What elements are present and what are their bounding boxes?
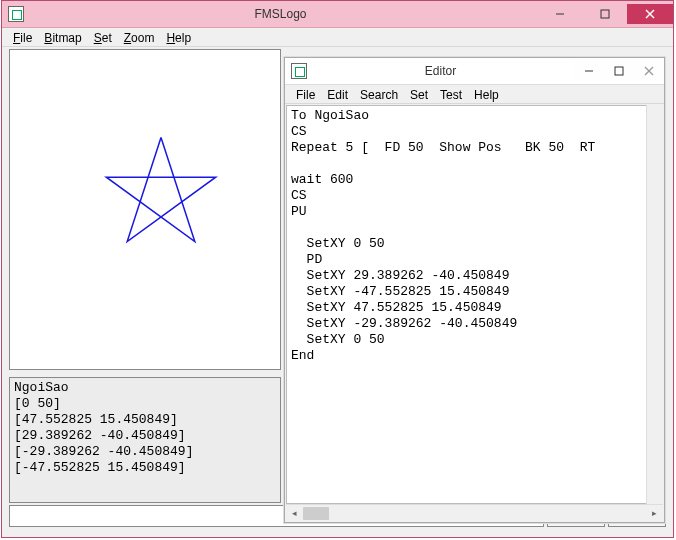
editor-menu-search[interactable]: Search <box>355 87 403 103</box>
svg-rect-5 <box>615 67 623 75</box>
menu-set[interactable]: Set <box>89 30 117 46</box>
menu-bitmap[interactable]: Bitmap <box>39 30 86 46</box>
minimize-button[interactable] <box>537 4 582 24</box>
menu-file[interactable]: File <box>8 30 37 46</box>
main-titlebar[interactable]: FMSLogo <box>2 1 673 28</box>
maximize-button[interactable] <box>582 4 627 24</box>
scroll-track[interactable] <box>303 505 646 522</box>
svg-rect-1 <box>601 10 609 18</box>
editor-menu-set[interactable]: Set <box>405 87 433 103</box>
editor-title: Editor <box>307 64 574 78</box>
editor-menu-edit[interactable]: Edit <box>322 87 353 103</box>
minimize-icon <box>555 9 565 19</box>
minimize-icon <box>584 66 594 76</box>
close-icon <box>644 66 654 76</box>
editor-window-controls <box>574 61 664 81</box>
close-button[interactable] <box>627 4 673 24</box>
menu-help[interactable]: Help <box>161 30 196 46</box>
main-menubar: File Bitmap Set Zoom Help <box>2 28 673 47</box>
editor-textarea[interactable]: To NgoiSao CS Repeat 5 [ FD 50 Show Pos … <box>286 105 663 504</box>
maximize-icon <box>600 9 610 19</box>
output-log[interactable]: NgoiSao [0 50] [47.552825 15.450849] [29… <box>9 377 281 503</box>
editor-vscrollbar[interactable] <box>646 105 663 504</box>
maximize-icon <box>614 66 624 76</box>
editor-minimize-button[interactable] <box>574 61 604 81</box>
editor-titlebar[interactable]: Editor <box>285 58 664 85</box>
editor-icon <box>291 63 307 79</box>
turtle-canvas[interactable] <box>9 49 281 370</box>
editor-maximize-button[interactable] <box>604 61 634 81</box>
editor-window: Editor File Edit Search Set Test Help To… <box>284 57 665 523</box>
main-window-controls <box>537 4 673 24</box>
star-drawing <box>10 50 280 369</box>
scroll-left-icon[interactable]: ◂ <box>286 505 303 522</box>
editor-menu-test[interactable]: Test <box>435 87 467 103</box>
app-icon <box>8 6 24 22</box>
editor-hscrollbar[interactable]: ◂ ▸ <box>286 504 663 521</box>
star-path <box>106 138 215 242</box>
editor-menu-file[interactable]: File <box>291 87 320 103</box>
scroll-thumb[interactable] <box>303 507 329 520</box>
main-title: FMSLogo <box>24 7 537 21</box>
editor-menubar: File Edit Search Set Test Help <box>285 85 664 104</box>
editor-menu-help[interactable]: Help <box>469 87 504 103</box>
scroll-right-icon[interactable]: ▸ <box>646 505 663 522</box>
editor-close-button[interactable] <box>634 61 664 81</box>
menu-zoom[interactable]: Zoom <box>119 30 160 46</box>
close-icon <box>645 9 655 19</box>
